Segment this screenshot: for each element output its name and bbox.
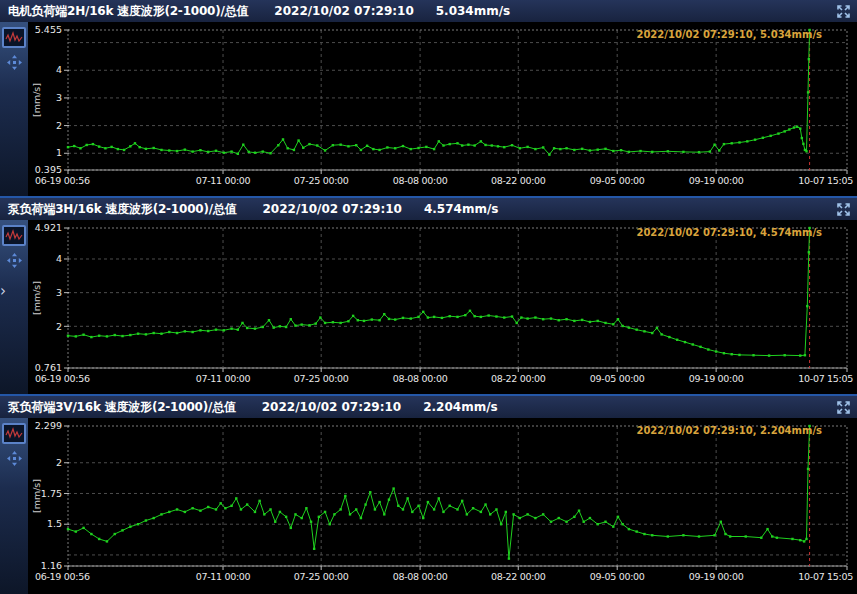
- svg-text:10-07 15:05: 10-07 15:05: [798, 571, 853, 582]
- trend-line: [68, 228, 810, 356]
- channel-title: 电机负荷端2H/16k 速度波形(2-1000)/总值: [8, 3, 248, 20]
- svg-text:10-07 15:05: 10-07 15:05: [798, 175, 853, 186]
- trend-panel-1: 电机负荷端2H/16k 速度波形(2-1000)/总值 2022/10/02 0…: [0, 0, 857, 198]
- svg-text:10-07 15:05: 10-07 15:05: [798, 373, 853, 384]
- panel-3-toolbar: [0, 418, 28, 594]
- svg-text:07-11 00:00: 07-11 00:00: [196, 175, 251, 186]
- svg-text:4: 4: [56, 253, 62, 264]
- panel-2-titlebar: 泵负荷端3H/16k 速度波形(2-1000)/总值 2022/10/02 07…: [0, 198, 857, 220]
- trend-plot: 4.9214320.76106-19 00:5607-11 00:0007-25…: [28, 220, 857, 396]
- svg-text:07-11 00:00: 07-11 00:00: [196, 571, 251, 582]
- reading-timestamp: 2022/10/02 07:29:10: [263, 202, 402, 216]
- x-tick-labels: 06-19 00:5607-11 00:0007-25 00:0008-08 0…: [35, 566, 853, 582]
- trend-line: [68, 426, 810, 559]
- waveform-thumbnail-icon[interactable]: [2, 225, 26, 246]
- waveform-thumbnail-icon[interactable]: [2, 27, 26, 48]
- plot-frame: [68, 426, 847, 566]
- svg-text:09-05 00:00: 09-05 00:00: [590, 175, 645, 186]
- y-axis-label: [mm/s]: [31, 281, 42, 315]
- svg-text:1.75: 1.75: [41, 488, 62, 499]
- channel-title: 泵负荷端3V/16k 速度波形(2-1000)/总值: [8, 399, 236, 416]
- svg-text:09-19 00:00: 09-19 00:00: [689, 373, 744, 384]
- svg-text:07-25 00:00: 07-25 00:00: [294, 175, 349, 186]
- svg-text:09-05 00:00: 09-05 00:00: [590, 571, 645, 582]
- svg-text:0.761: 0.761: [35, 362, 62, 373]
- trend-panel-3: 泵负荷端3V/16k 速度波形(2-1000)/总值 2022/10/02 07…: [0, 396, 857, 594]
- trend-markers: [67, 29, 811, 156]
- gridlines: [68, 426, 847, 566]
- x-tick-labels: 06-19 00:5607-11 00:0007-25 00:0008-08 0…: [35, 368, 853, 384]
- svg-text:1.16: 1.16: [41, 560, 62, 571]
- svg-text:2: 2: [56, 321, 62, 332]
- svg-text:3: 3: [56, 287, 62, 298]
- svg-text:2: 2: [56, 120, 62, 131]
- svg-text:09-19 00:00: 09-19 00:00: [689, 175, 744, 186]
- x-tick-labels: 06-19 00:5607-11 00:0007-25 00:0008-08 0…: [35, 170, 853, 186]
- svg-text:09-19 00:00: 09-19 00:00: [689, 571, 744, 582]
- svg-text:1.5: 1.5: [47, 518, 62, 529]
- trend-plot: 2.29921.751.51.1606-19 00:5607-11 00:000…: [28, 418, 857, 594]
- svg-text:4: 4: [56, 64, 62, 75]
- expand-icon[interactable]: [836, 202, 850, 216]
- sidebar-expand-chevron[interactable]: ›: [0, 284, 6, 299]
- reading-timestamp: 2022/10/02 07:29:10: [262, 400, 401, 414]
- svg-text:08-08 00:00: 08-08 00:00: [393, 175, 448, 186]
- svg-text:08-22 00:00: 08-22 00:00: [491, 175, 546, 186]
- move-icon[interactable]: [7, 55, 22, 70]
- expand-icon[interactable]: [836, 400, 850, 414]
- svg-text:06-19 00:56: 06-19 00:56: [35, 175, 90, 186]
- trend-chart-3[interactable]: 2.29921.751.51.1606-19 00:5607-11 00:000…: [28, 418, 857, 594]
- plot-frame: [68, 228, 847, 368]
- svg-text:07-25 00:00: 07-25 00:00: [294, 571, 349, 582]
- panel-1-titlebar: 电机负荷端2H/16k 速度波形(2-1000)/总值 2022/10/02 0…: [0, 0, 857, 22]
- trend-panel-2: 泵负荷端3H/16k 速度波形(2-1000)/总值 2022/10/02 07…: [0, 198, 857, 396]
- svg-text:08-22 00:00: 08-22 00:00: [491, 571, 546, 582]
- svg-text:5.455: 5.455: [35, 24, 62, 35]
- trend-chart-1[interactable]: 5.45543210.39506-19 00:5607-11 00:0007-2…: [28, 22, 857, 196]
- svg-text:2.299: 2.299: [35, 420, 62, 431]
- svg-text:4.921: 4.921: [35, 222, 62, 233]
- panel-1-toolbar: [0, 22, 28, 196]
- move-icon[interactable]: [7, 451, 22, 466]
- svg-text:0.395: 0.395: [35, 164, 62, 175]
- reading-value: 2.204mm/s: [423, 400, 498, 414]
- svg-text:07-11 00:00: 07-11 00:00: [196, 373, 251, 384]
- svg-text:08-08 00:00: 08-08 00:00: [393, 571, 448, 582]
- reading-value: 5.034mm/s: [436, 4, 511, 18]
- panel-2-toolbar: [0, 220, 28, 394]
- reading-timestamp: 2022/10/02 07:29:10: [274, 4, 413, 18]
- svg-text:06-19 00:56: 06-19 00:56: [35, 571, 90, 582]
- svg-text:08-08 00:00: 08-08 00:00: [393, 373, 448, 384]
- move-icon[interactable]: [7, 253, 22, 268]
- svg-text:06-19 00:56: 06-19 00:56: [35, 373, 90, 384]
- svg-text:2: 2: [56, 457, 62, 468]
- cursor-annotation: 2022/10/02 07:29:10, 5.034mm/s: [636, 29, 822, 40]
- gridlines: [68, 228, 847, 368]
- channel-title: 泵负荷端3H/16k 速度波形(2-1000)/总值: [8, 201, 237, 218]
- svg-text:08-22 00:00: 08-22 00:00: [491, 373, 546, 384]
- trend-monitor-window: 电机负荷端2H/16k 速度波形(2-1000)/总值 2022/10/02 0…: [0, 0, 857, 594]
- svg-text:3: 3: [56, 92, 62, 103]
- cursor-annotation: 2022/10/02 07:29:10, 4.574mm/s: [636, 227, 822, 238]
- svg-text:09-05 00:00: 09-05 00:00: [590, 373, 645, 384]
- waveform-thumbnail-icon[interactable]: [2, 423, 26, 444]
- trend-plot: 5.45543210.39506-19 00:5607-11 00:0007-2…: [28, 22, 857, 198]
- trend-line: [68, 30, 810, 155]
- expand-icon[interactable]: [836, 4, 850, 18]
- cursor-annotation: 2022/10/02 07:29:10, 2.204mm/s: [636, 425, 822, 436]
- y-axis-label: [mm/s]: [31, 83, 42, 117]
- trend-chart-2[interactable]: 4.9214320.76106-19 00:5607-11 00:0007-25…: [28, 220, 857, 394]
- y-axis-label: [mm/s]: [31, 479, 42, 513]
- panel-3-titlebar: 泵负荷端3V/16k 速度波形(2-1000)/总值 2022/10/02 07…: [0, 396, 857, 418]
- trend-markers: [67, 227, 811, 357]
- trend-markers: [67, 425, 811, 560]
- reading-value: 4.574mm/s: [424, 202, 499, 216]
- svg-text:07-25 00:00: 07-25 00:00: [294, 373, 349, 384]
- svg-text:1: 1: [56, 147, 62, 158]
